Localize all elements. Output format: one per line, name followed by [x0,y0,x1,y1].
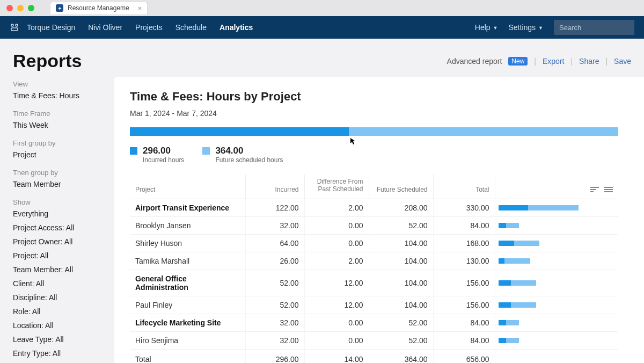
window-minimize-icon[interactable] [17,5,24,11]
window-close-icon[interactable] [6,5,13,11]
sidebar-show-item[interactable]: Leave Type: All [13,335,114,344]
cell-minibar [495,199,618,216]
export-link[interactable]: Export [543,57,564,66]
sidebar-show-item[interactable]: Client: All [13,279,114,288]
nav-link-projects[interactable]: Projects [135,23,163,32]
sidebar-show-item[interactable]: Project Owner: All [13,237,114,246]
cell-incurred: 122.00 [245,199,304,216]
legend-swatch-future-icon [202,147,210,155]
sort-desc-icon[interactable] [590,187,599,193]
nav-settings[interactable]: Settings▼ [508,23,543,32]
sidebar-firstgroup-value[interactable]: Project [13,150,114,159]
nav-link-user[interactable]: Nivi Oliver [88,23,122,32]
cell-project: Paul Finley [130,296,245,314]
window-titlebar: Resource Manageme × [0,0,644,16]
sidebar-show-item[interactable]: Team Member: All [13,265,114,274]
table-row[interactable]: Shirley Huson64.000.00104.00168.00 [130,234,618,252]
sidebar-thengroup-label: Then group by [13,169,114,177]
cell-diff: 12.00 [304,296,369,314]
sidebar-view-value[interactable]: Time & Fees: Hours [13,91,114,100]
cell-diff: 0.00 [304,314,369,331]
cell-minibar [495,296,618,314]
cell-future: 104.00 [369,252,433,270]
svg-point-1 [11,24,13,26]
cell-total: 84.00 [433,216,495,234]
cell-future: 208.00 [369,199,433,216]
nav-link-schedule[interactable]: Schedule [175,23,207,32]
nav-help[interactable]: Help▼ [475,23,498,32]
cell-incurred: 52.00 [245,296,304,314]
sidebar-show-item[interactable]: Everything [13,209,114,218]
legend-future-value: 364.00 [215,146,283,156]
cell-diff: 0.00 [304,216,369,234]
cell-total: 168.00 [433,234,495,252]
sidebar-show-label: Show [13,198,114,206]
new-badge: New [508,57,528,66]
tab-close-icon[interactable]: × [138,5,142,12]
browser-tab[interactable]: Resource Manageme × [50,2,147,14]
legend-swatch-incurred-icon [130,147,137,155]
list-view-icon[interactable] [604,187,613,193]
table-row[interactable]: Hiro Senjima32.000.0052.0084.00 [130,331,618,349]
summary-bar-incurred [130,127,349,136]
sidebar-thengroup-value[interactable]: Team Member [13,180,114,188]
cell-future: 104.00 [369,270,433,296]
svg-point-2 [16,24,18,26]
page-header: Reports Advanced report New | Export | S… [0,39,644,77]
cell-future: 104.00 [369,296,433,314]
table-row[interactable]: Lifecycle Marketing Site32.000.0052.0084… [130,314,618,331]
table-row[interactable]: General Office Administration52.0012.001… [130,270,618,296]
window-zoom-icon[interactable] [28,5,34,11]
cell-incurred: 32.00 [245,314,304,331]
sidebar-show-item[interactable]: Location: All [13,321,114,330]
report-daterange: Mar 1, 2024 - Mar 7, 2024 [130,109,628,118]
table-total-row: Total296.0014.00364.00656.00 [130,349,618,363]
nav-link-analytics[interactable]: Analytics [219,23,253,32]
app-logo-icon[interactable] [10,23,19,32]
cell-project: Airport Transit Experience [130,199,245,216]
sidebar-show-item[interactable]: Project Access: All [13,223,114,232]
sidebar-view-label: View [13,80,114,88]
cell-future: 104.00 [369,234,433,252]
nav-brand[interactable]: Torque Design [27,23,75,32]
cell-project: Tamika Marshall [130,252,245,270]
cell-diff: 12.00 [304,270,369,296]
cell-incurred: 32.00 [245,216,304,234]
cell-total: 156.00 [433,296,495,314]
advanced-report-link[interactable]: Advanced report [447,57,502,66]
cell-minibar [495,216,618,234]
col-diff[interactable]: Difference From Past Scheduled [304,175,369,199]
search-input[interactable] [554,20,634,35]
tab-favicon-icon [56,4,63,12]
share-link[interactable]: Share [579,57,599,66]
legend-future-label: Future scheduled hours [215,156,283,164]
col-total[interactable]: Total [433,175,495,199]
report-table: Project Incurred Difference From Past Sc… [130,175,618,363]
table-row[interactable]: Brooklyn Jansen32.000.0052.0084.00 [130,216,618,234]
col-chart [495,175,618,199]
sidebar-show-item[interactable]: Project: All [13,251,114,260]
sidebar-show-item[interactable]: Discipline: All [13,293,114,302]
cell-total: 156.00 [433,270,495,296]
col-future[interactable]: Future Scheduled [369,175,433,199]
col-project[interactable]: Project [130,175,245,199]
col-incurred[interactable]: Incurred [245,175,304,199]
table-row[interactable]: Tamika Marshall26.002.00104.00130.00 [130,252,618,270]
sidebar-timeframe-label: Time Frame [13,110,114,118]
cell-minibar [495,270,618,296]
svg-rect-3 [11,28,18,31]
main-nav: Torque Design Nivi Oliver Projects Sched… [0,16,644,39]
sidebar-show-item[interactable]: Role: All [13,307,114,316]
table-row[interactable]: Paul Finley52.0012.00104.00156.00 [130,296,618,314]
save-link[interactable]: Save [614,57,631,66]
cell-future: 52.00 [369,314,433,331]
sidebar-firstgroup-label: First group by [13,139,114,147]
sidebar-show-item[interactable]: Entry Type: All [13,349,114,358]
report-sidebar: View Time & Fees: Hours Time Frame This … [13,77,114,363]
cell-incurred: 32.00 [245,331,304,349]
legend-incurred-value: 296.00 [143,146,184,156]
cell-project: Shirley Huson [130,234,245,252]
table-row[interactable]: Airport Transit Experience122.002.00208.… [130,199,618,216]
cell-minibar [495,331,618,349]
sidebar-timeframe-value[interactable]: This Week [13,121,114,129]
